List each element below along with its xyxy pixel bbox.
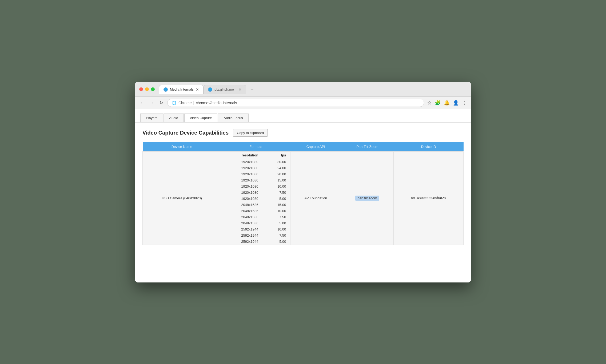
format-row-6: 1920x1080 7.50 <box>221 189 290 196</box>
format-res-14: 2592x1944 <box>221 238 262 245</box>
format-row-4: 1920x1080 15.00 <box>221 177 290 183</box>
format-row-5: 1920x1080 10.00 <box>221 183 290 189</box>
tab-close-ptz[interactable]: ✕ <box>238 88 242 91</box>
tab-audio-focus[interactable]: Audio Focus <box>218 114 248 122</box>
col-header-device-id: Device ID <box>394 142 464 152</box>
format-res-10: 2048x1536 <box>221 214 262 220</box>
format-row-9: 2048x1536 10.00 <box>221 208 290 214</box>
close-window-button[interactable] <box>139 87 143 91</box>
maximize-window-button[interactable] <box>151 87 155 91</box>
internal-tabs: Players Audio Video Capture Audio Focus <box>135 109 471 123</box>
formats-header-row: resolution fps <box>221 152 290 159</box>
format-fps-1: 30.00 <box>263 159 290 165</box>
format-fps-11: 5.00 <box>263 220 290 226</box>
tab-ptz-glitch[interactable]: 🌐 ptz.glitch.me ✕ <box>204 85 246 94</box>
format-res-8: 2048x1536 <box>221 202 262 208</box>
format-fps-7: 5.00 <box>263 196 290 202</box>
ptz-value: pan tilt zoom <box>355 196 379 201</box>
star-button[interactable]: ☆ <box>427 100 432 106</box>
format-fps-3: 20.00 <box>263 171 290 177</box>
formats-cell: resolution fps 1920x1080 30.00 1920x1080… <box>221 151 290 245</box>
format-res-4: 1920x1080 <box>221 177 262 183</box>
col-header-ptz: Pan-Tilt-Zoom <box>341 142 394 152</box>
browser-tabs: 🌐 Media Internals ✕ 🌐 ptz.glitch.me ✕ + <box>159 85 256 94</box>
back-button[interactable]: ← <box>139 99 146 106</box>
format-res-12: 2592x1944 <box>221 226 262 232</box>
col-header-formats: Formats <box>221 142 290 152</box>
tab-close-media-internals[interactable]: ✕ <box>196 88 199 91</box>
menu-button[interactable]: ⋮ <box>462 100 467 106</box>
format-res-2: 1920x1080 <box>221 165 262 171</box>
format-res-1: 1920x1080 <box>221 159 262 165</box>
format-res-7: 1920x1080 <box>221 196 262 202</box>
formats-inner: resolution fps 1920x1080 30.00 1920x1080… <box>221 152 290 245</box>
format-row-10: 2048x1536 7.50 <box>221 214 290 220</box>
tab-audio[interactable]: Audio <box>164 114 184 122</box>
format-row-13: 2592x1944 7.50 <box>221 232 290 238</box>
section-title: Video Capture Device Capabilities <box>142 130 229 136</box>
address-input-field[interactable]: 🌐 Chrome | chrome://media-internals <box>167 99 424 107</box>
reload-button[interactable]: ↻ <box>158 99 164 106</box>
bell-button[interactable]: 🔔 <box>444 100 450 106</box>
toolbar-icons: ☆ 🧩 🔔 👤 ⋮ <box>427 100 467 106</box>
format-fps-4: 15.00 <box>263 177 290 183</box>
minimize-window-button[interactable] <box>145 87 149 91</box>
window-controls <box>139 87 155 91</box>
format-res-5: 1920x1080 <box>221 183 262 189</box>
format-fps-10: 7.50 <box>263 214 290 220</box>
format-fps-14: 5.00 <box>263 238 290 245</box>
table-row: USB Camera (046d:0823) resolution fps 19… <box>143 151 464 245</box>
format-row-11: 2048x1536 5.00 <box>221 220 290 226</box>
format-res-6: 1920x1080 <box>221 189 262 196</box>
add-tab-button[interactable]: + <box>248 85 256 94</box>
col-header-device-name: Device Name <box>143 142 221 152</box>
section-title-row: Video Capture Device Capabilities Copy t… <box>142 129 464 137</box>
profile-button[interactable]: 👤 <box>453 100 459 106</box>
title-bar: 🌐 Media Internals ✕ 🌐 ptz.glitch.me ✕ + <box>135 82 471 97</box>
tab-icon-ptz: 🌐 <box>208 87 212 92</box>
tab-media-internals[interactable]: 🌐 Media Internals ✕ <box>159 85 204 94</box>
format-fps-5: 10.00 <box>263 183 290 189</box>
format-res-11: 2048x1536 <box>221 220 262 226</box>
forward-button[interactable]: → <box>149 99 155 106</box>
address-url: chrome://media-internals <box>196 101 237 105</box>
device-id-cell: 0x14300000046d0823 <box>394 151 464 245</box>
ptz-cell: pan tilt zoom <box>341 151 394 245</box>
address-security-icon: 🌐 <box>172 101 176 105</box>
formats-sub-header-fps: fps <box>263 152 290 159</box>
format-row-3: 1920x1080 20.00 <box>221 171 290 177</box>
format-res-13: 2592x1944 <box>221 232 262 238</box>
main-content: Video Capture Device Capabilities Copy t… <box>135 123 471 282</box>
copy-to-clipboard-button[interactable]: Copy to clipboard <box>233 129 268 137</box>
extensions-button[interactable]: 🧩 <box>435 100 441 106</box>
format-row-12: 2592x1944 10.00 <box>221 226 290 232</box>
format-fps-12: 10.00 <box>263 226 290 232</box>
address-bar: ← → ↻ 🌐 Chrome | chrome://media-internal… <box>135 97 471 109</box>
tab-label-media-internals: Media Internals <box>170 87 194 91</box>
page-content: Players Audio Video Capture Audio Focus … <box>135 109 471 282</box>
tab-label-ptz: ptz.glitch.me <box>214 87 234 91</box>
format-fps-8: 15.00 <box>263 202 290 208</box>
col-header-capture-api: Capture API <box>290 142 341 152</box>
tab-icon-media-internals: 🌐 <box>164 87 168 92</box>
format-row-1: 1920x1080 30.00 <box>221 159 290 165</box>
format-res-9: 2048x1536 <box>221 208 262 214</box>
formats-sub-header-resolution: resolution <box>221 152 262 159</box>
tab-players[interactable]: Players <box>140 114 163 122</box>
address-prefix: Chrome | <box>178 101 194 105</box>
format-row-14: 2592x1944 5.00 <box>221 238 290 245</box>
format-res-3: 1920x1080 <box>221 171 262 177</box>
device-name-cell: USB Camera (046d:0823) <box>143 151 221 245</box>
format-row-7: 1920x1080 5.00 <box>221 196 290 202</box>
tab-video-capture[interactable]: Video Capture <box>184 114 218 122</box>
format-row-2: 1920x1080 24.00 <box>221 165 290 171</box>
device-capabilities-table: Device Name Formats Capture API Pan-Tilt… <box>142 142 464 245</box>
format-fps-2: 24.00 <box>263 165 290 171</box>
format-fps-13: 7.50 <box>263 232 290 238</box>
capture-api-cell: AV Foundation <box>290 151 341 245</box>
browser-window: 🌐 Media Internals ✕ 🌐 ptz.glitch.me ✕ + … <box>135 82 471 282</box>
format-fps-9: 10.00 <box>263 208 290 214</box>
format-fps-6: 7.50 <box>263 189 290 196</box>
format-row-8: 2048x1536 15.00 <box>221 202 290 208</box>
